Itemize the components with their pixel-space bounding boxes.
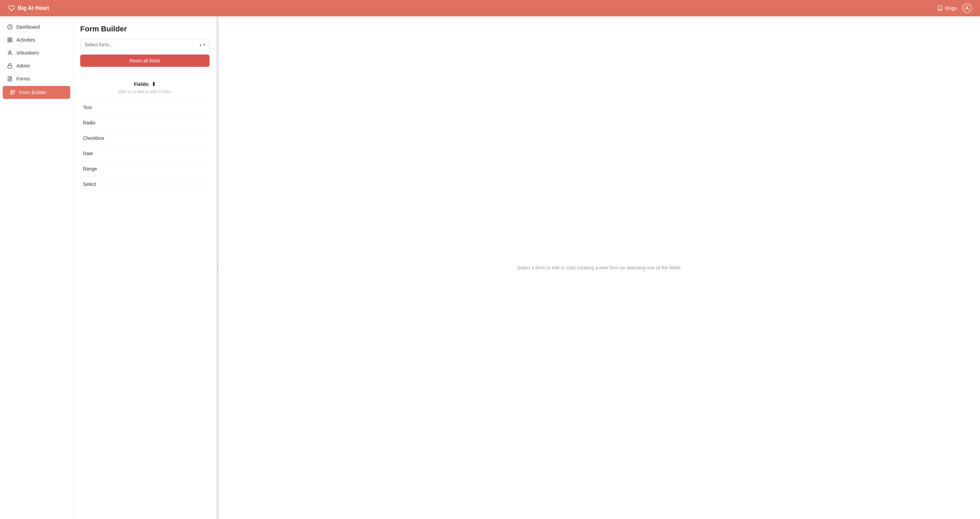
fields-hint: Click on a field to add to form. <box>80 89 210 94</box>
sidebar-item-volunteers-label: Volunteers <box>16 50 39 56</box>
person-icon <box>7 50 13 56</box>
svg-rect-12 <box>11 93 12 94</box>
svg-point-6 <box>9 51 11 52</box>
sidebar-item-admin[interactable]: Admin <box>0 59 73 72</box>
heart-icon <box>8 5 15 11</box>
resize-dot <box>217 265 218 266</box>
field-item-select[interactable]: Select <box>80 177 210 192</box>
forms-icon <box>7 76 13 82</box>
resize-dots <box>217 265 218 270</box>
svg-rect-5 <box>10 40 12 42</box>
svg-rect-2 <box>8 38 10 40</box>
sidebar-item-form-builder-label: Form Builder <box>19 90 46 95</box>
sidebar-item-activities-label: Activities <box>16 37 35 43</box>
content-area: Form Builder Select form... ▲▼ Reset all… <box>73 16 980 519</box>
lock-icon <box>7 63 13 69</box>
field-item-text[interactable]: Text <box>80 100 210 115</box>
sidebar-item-volunteers[interactable]: Volunteers <box>0 46 73 59</box>
field-item-range[interactable]: Range <box>80 161 210 177</box>
sidebar-item-forms[interactable]: Forms <box>0 72 73 85</box>
form-builder-panel: Form Builder Select form... ▲▼ Reset all… <box>73 16 217 519</box>
select-form-dropdown[interactable]: Select form... <box>80 39 210 51</box>
field-select-label: Select <box>83 181 96 187</box>
user-avatar[interactable] <box>962 3 972 13</box>
sidebar-item-form-builder[interactable]: Form Builder <box>3 86 70 99</box>
svg-rect-7 <box>8 65 12 68</box>
fields-list: Text Radio Checkbox Date Range Select <box>80 100 210 192</box>
sidebar-item-activities[interactable]: Activities <box>0 33 73 46</box>
fields-header: Fields ⬇ <box>80 81 210 87</box>
sidebar-item-dashboard[interactable]: Dashboard <box>0 21 73 33</box>
form-builder-icon <box>10 89 16 95</box>
svg-rect-10 <box>11 90 12 92</box>
svg-rect-11 <box>13 90 15 92</box>
fields-title: Fields <box>134 81 148 87</box>
panel-title: Form Builder <box>80 25 210 33</box>
blogs-icon <box>937 5 943 11</box>
avatar-icon <box>964 5 970 11</box>
reset-all-fields-button[interactable]: Reset all fields <box>80 54 210 67</box>
download-icon: ⬇ <box>151 81 156 87</box>
sidebar-item-admin-label: Admin <box>16 63 30 68</box>
header-right: Blogs <box>937 3 972 13</box>
main-layout: Dashboard Activities Volunteers <box>0 16 980 519</box>
sidebar: Dashboard Activities Volunteers <box>0 16 73 519</box>
sidebar-item-dashboard-label: Dashboard <box>16 24 40 30</box>
header: Big At Heart Blogs <box>0 0 980 16</box>
divider <box>80 74 210 74</box>
field-text-label: Text <box>83 105 92 110</box>
blogs-link[interactable]: Blogs <box>937 5 957 11</box>
field-radio-label: Radio <box>83 120 95 125</box>
field-item-date[interactable]: Date <box>80 146 210 161</box>
field-item-checkbox[interactable]: Checkbox <box>80 130 210 146</box>
workspace: Select a form to edit or start creating … <box>219 16 980 519</box>
field-checkbox-label: Checkbox <box>83 135 104 141</box>
resize-dot <box>217 270 218 270</box>
logo-text: Big At Heart <box>18 5 49 11</box>
field-date-label: Date <box>83 151 93 156</box>
sidebar-item-forms-label: Forms <box>16 76 30 81</box>
svg-rect-3 <box>10 38 12 40</box>
svg-rect-4 <box>8 40 10 42</box>
field-range-label: Range <box>83 166 97 171</box>
blogs-label: Blogs <box>945 5 957 11</box>
field-item-radio[interactable]: Radio <box>80 115 210 130</box>
workspace-placeholder: Select a form to edit or start creating … <box>517 265 682 270</box>
logo[interactable]: Big At Heart <box>8 5 49 11</box>
select-form-wrapper: Select form... ▲▼ <box>80 39 210 51</box>
clock-icon <box>7 24 13 30</box>
svg-point-0 <box>966 6 968 8</box>
activities-icon <box>7 37 13 43</box>
resize-dot <box>217 267 218 268</box>
